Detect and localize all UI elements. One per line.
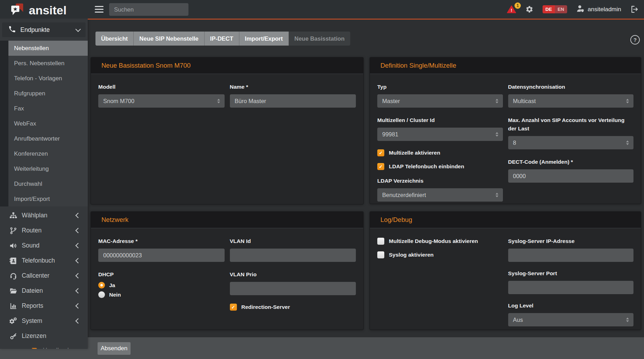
- vlan-prio-label: VLAN Prio: [230, 270, 356, 279]
- max-sip-accounts-label: Max. Anzahl von SIP Accounts vor Verteil…: [508, 116, 634, 133]
- sidebar-item-anrufbeantworter[interactable]: Anrufbeantworter: [8, 131, 88, 146]
- tab-ip-dect[interactable]: IP-DECT: [205, 32, 239, 46]
- checkbox-checked-icon[interactable]: [230, 304, 237, 311]
- checkbox-checked-icon[interactable]: [377, 163, 384, 170]
- tab-uebersicht[interactable]: Übersicht: [95, 32, 134, 46]
- multizelle-debug-checkbox[interactable]: Multizelle Debug-Modus aktivieren: [377, 238, 503, 245]
- sidebar: Endpunkte Nebenstellen Pers. Nebenstelle…: [0, 19, 88, 349]
- user-menu[interactable]: ansiteladmin: [576, 5, 621, 14]
- log-level-select[interactable]: Aus: [508, 313, 634, 326]
- sidebar-item-reports[interactable]: Reports: [0, 298, 88, 313]
- dect-code-input[interactable]: [508, 169, 634, 183]
- sidebar-group-endpunkte[interactable]: Endpunkte: [2, 22, 86, 37]
- mac-adresse-input[interactable]: [98, 249, 225, 262]
- language-de[interactable]: DE: [543, 5, 555, 13]
- sidebar-item-pers-nebenstellen[interactable]: Pers. Nebenstellen: [8, 56, 88, 71]
- syslog-port-input[interactable]: [508, 281, 634, 294]
- select-arrows-icon: [217, 99, 220, 103]
- select-arrows-icon: [496, 193, 498, 197]
- search-input[interactable]: [109, 3, 188, 16]
- dhcp-radio-ja[interactable]: Ja: [98, 282, 225, 289]
- svg-text:!: !: [511, 8, 512, 13]
- cluster-id-select[interactable]: 99981: [377, 128, 503, 141]
- chevron-left-icon: [75, 258, 81, 264]
- sidebar-item-fax[interactable]: Fax: [8, 101, 88, 116]
- user-icon: [576, 5, 585, 14]
- checkbox-unchecked-icon[interactable]: [377, 251, 384, 258]
- gears-icon: [9, 317, 18, 325]
- sidebar-main-items: Wählplan Routen: [0, 208, 88, 344]
- panel-netzwerk: Netzwerk MAC-Adresse * DHCP Ja: [91, 211, 364, 330]
- folder-open-icon: [9, 287, 18, 295]
- sidebar-item-telefonbuch[interactable]: Telefonbuch: [0, 253, 88, 268]
- vlan-prio-input[interactable]: [230, 282, 356, 295]
- select-arrows-icon: [626, 99, 629, 103]
- typ-select[interactable]: Master: [377, 94, 503, 108]
- alerts-count-badge: 1: [514, 2, 521, 9]
- panel-netzwerk-title: Netzwerk: [91, 212, 363, 228]
- sidebar-item-system[interactable]: System: [0, 313, 88, 328]
- typ-label: Typ: [377, 83, 503, 91]
- logout-icon[interactable]: [630, 5, 638, 13]
- log-level-label: Log Level: [508, 302, 634, 310]
- sidebar-item-rufgruppen[interactable]: Rufgruppen: [8, 86, 88, 101]
- tab-neue-basisstation[interactable]: Neue Basisstation: [289, 32, 350, 46]
- checkbox-unchecked-icon[interactable]: [377, 238, 384, 245]
- panel-basisstation-title: Neue Basisstation Snom M700: [91, 57, 363, 74]
- svg-text:★: ★: [13, 6, 18, 12]
- ldap-verzeichnis-label: LDAP Verzeichnis: [377, 177, 503, 185]
- chevron-down-icon: [75, 26, 81, 32]
- ldap-telefonbuch-checkbox[interactable]: LDAP Telefonbuch einbinden: [377, 163, 503, 170]
- sidebar-item-telefon-vorlagen[interactable]: Telefon - Vorlagen: [8, 71, 88, 86]
- language-en[interactable]: EN: [555, 5, 567, 13]
- sidebar-item-callcenter[interactable]: Callcenter: [0, 268, 88, 283]
- ldap-verzeichnis-select[interactable]: Benutzerdefiniert: [377, 188, 503, 202]
- select-arrows-icon: [496, 132, 498, 137]
- name-input[interactable]: [230, 94, 356, 108]
- chevron-left-icon: [75, 273, 81, 279]
- modell-label: Modell: [98, 83, 225, 91]
- sidebar-group-label: Endpunkte: [20, 26, 50, 34]
- sidebar-submenu: Nebenstellen Pers. Nebenstellen Telefon …: [0, 41, 88, 206]
- sidebar-item-durchwahl[interactable]: Durchwahl: [8, 176, 88, 191]
- syslog-ip-input[interactable]: [508, 249, 634, 262]
- datensynchronisation-select[interactable]: Multicast: [508, 94, 634, 108]
- speaker-icon: [9, 242, 18, 250]
- app-logo: ★ ansitel: [10, 3, 67, 17]
- syslog-aktivieren-checkbox[interactable]: Syslog aktivieren: [377, 251, 503, 258]
- sitemap-icon: [9, 212, 18, 219]
- sidebar-item-routen[interactable]: Routen: [0, 223, 88, 238]
- sidebar-item-sound[interactable]: Sound: [0, 238, 88, 253]
- subnav-tabs: Übersicht Neue SIP Nebenstelle IP-DECT I…: [95, 32, 350, 46]
- modell-select[interactable]: Snom M700: [98, 94, 225, 108]
- language-toggle[interactable]: DE EN: [543, 5, 567, 13]
- sidebar-item-weiterleitung[interactable]: Weiterleitung: [8, 161, 88, 176]
- sidebar-item-webfax[interactable]: WebFax: [8, 116, 88, 131]
- headset-icon: [9, 272, 18, 280]
- sidebar-item-waehlplan[interactable]: Wählplan: [0, 208, 88, 223]
- radio-unselected-icon[interactable]: [98, 291, 105, 298]
- checkbox-checked-icon[interactable]: [377, 149, 384, 156]
- sidebar-item-lizenzen[interactable]: Lizenzen: [0, 328, 88, 344]
- redirection-server-checkbox[interactable]: Redirection-Server: [230, 304, 356, 311]
- radio-selected-icon[interactable]: [98, 282, 105, 289]
- sidebar-item-nebenstellen[interactable]: Nebenstellen: [8, 41, 88, 56]
- menu-toggle-icon[interactable]: [95, 6, 104, 13]
- sidebar-item-dateien[interactable]: Dateien: [0, 283, 88, 298]
- vlan-id-input[interactable]: [230, 249, 356, 262]
- alerts-warning-icon[interactable]: ! 1: [507, 5, 516, 13]
- help-icon[interactable]: ?: [630, 35, 640, 45]
- sidebar-item-import-export[interactable]: Import/Export: [8, 191, 88, 206]
- sidebar-item-konferenzen[interactable]: Konferenzen: [8, 146, 88, 161]
- max-sip-accounts-select[interactable]: 8: [508, 136, 634, 149]
- absenden-button[interactable]: Absenden: [98, 342, 131, 355]
- sidebar-item-handbuch[interactable]: Handbuch: [21, 343, 79, 349]
- chevron-left-icon: [75, 213, 81, 218]
- chevron-left-icon: [75, 228, 81, 233]
- dhcp-radio-nein[interactable]: Nein: [98, 291, 225, 298]
- settings-gear-icon[interactable]: [525, 5, 533, 13]
- multizelle-aktivieren-checkbox[interactable]: Multizelle aktivieren: [377, 149, 503, 156]
- mac-adresse-label: MAC-Adresse *: [98, 237, 225, 245]
- tab-import-export[interactable]: Import/Export: [239, 32, 289, 46]
- tab-neue-sip-nebenstelle[interactable]: Neue SIP Nebenstelle: [134, 32, 204, 46]
